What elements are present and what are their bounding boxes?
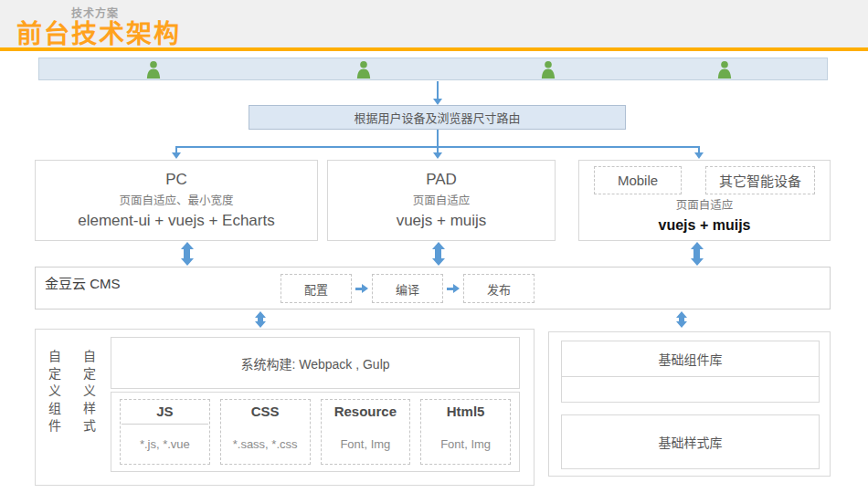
side-label-custom-styles: 自定义样式: [82, 350, 95, 436]
arrowhead-down-icon: [433, 152, 442, 159]
slide-canvas: 技术方案 前台技术架构 根据用户设备及浏览器尺寸路由 PC 页面自适应、最小宽度…: [0, 0, 868, 493]
person-icon: [355, 60, 373, 79]
person-icon: [539, 60, 557, 79]
platform-box-pc: PC 页面自适应、最小宽度 element-ui + vuejs + Echar…: [35, 160, 318, 241]
empty-row: [562, 377, 819, 402]
routing-box: 根据用户设备及浏览器尺寸路由: [249, 105, 626, 130]
side-label-custom-components: 自定义组件: [48, 350, 60, 436]
platform-desc: 页面自适应: [579, 197, 830, 215]
mobile-chip-row: Mobile 其它智能设备: [579, 166, 830, 194]
flow-step-compile: 编译: [372, 274, 443, 303]
base-style-library-box: 基础样式库: [561, 414, 820, 469]
base-component-library-box: 基础组件库: [561, 341, 820, 403]
platform-desc: 页面自适应、最小宽度: [36, 193, 317, 210]
module-name: Html5: [422, 400, 509, 424]
cms-label: 金豆云 CMS: [45, 273, 121, 292]
module-items: *.js, *.vue: [121, 425, 209, 464]
cms-flow: 配置 编译 发布: [281, 274, 535, 303]
arrowhead-down-icon: [433, 99, 442, 105]
platform-stack: vuejs + muijs: [328, 210, 555, 232]
module-items: *.sass, *.css: [221, 424, 310, 464]
arrow-right-icon: [355, 283, 369, 294]
arrowhead-down-icon: [172, 152, 181, 159]
build-panel: 自定义组件 自定义样式 系统构建: Webpack , Gulp JS *.js…: [35, 329, 535, 486]
platform-stack: element-ui + vuejs + Echarts: [36, 210, 317, 232]
double-arrow-icon: [675, 311, 687, 328]
chip-other-smart-devices: 其它智能设备: [705, 166, 815, 194]
module-name: CSS: [222, 400, 309, 424]
double-arrow-icon: [254, 311, 266, 328]
connector-line: [437, 81, 439, 100]
platform-name: PAD: [328, 169, 555, 190]
cms-bar: 金豆云 CMS 配置 编译 发布: [35, 267, 831, 309]
build-title-box: 系统构建: Webpack , Gulp: [111, 337, 520, 389]
title-underline-rule: [0, 47, 868, 51]
double-arrow-icon: [180, 242, 194, 266]
modules-box: JS *.js, *.vue CSS *.sass, *.css Resourc…: [111, 392, 520, 472]
connector-line: [175, 146, 700, 148]
base-component-library-label: 基础组件库: [562, 341, 819, 377]
module-items: Font, Img: [322, 424, 410, 464]
platform-name: PC: [36, 169, 317, 190]
module-items: Font, Img: [421, 424, 510, 464]
user-bar: [38, 58, 828, 80]
libraries-panel: 基础组件库 基础样式库: [548, 331, 831, 477]
module-name: Resource: [323, 400, 409, 424]
flow-step-publish: 发布: [463, 274, 535, 303]
page-title: 前台技术架构: [16, 14, 181, 50]
arrow-right-icon: [446, 283, 460, 294]
platform-box-mobile: Mobile 其它智能设备 页面自适应 vuejs + muijs: [578, 160, 831, 241]
person-icon: [144, 60, 163, 79]
module-js: JS *.js, *.vue: [120, 399, 210, 465]
platform-desc: 页面自适应: [328, 193, 555, 210]
module-html5: Html5 Font, Img: [420, 399, 511, 465]
module-css: CSS *.sass, *.css: [220, 399, 311, 465]
double-arrow-icon: [431, 242, 445, 266]
connector-line: [437, 130, 439, 153]
flow-step-config: 配置: [281, 274, 352, 303]
module-resource: Resource Font, Img: [321, 399, 411, 465]
arrowhead-down-icon: [694, 152, 704, 159]
double-arrow-icon: [690, 242, 704, 266]
platform-stack: vuejs + muijs: [579, 215, 830, 236]
module-name: JS: [122, 400, 208, 425]
platform-box-pad: PAD 页面自适应 vuejs + muijs: [327, 160, 556, 241]
person-icon: [715, 60, 734, 79]
chip-mobile: Mobile: [594, 166, 682, 194]
